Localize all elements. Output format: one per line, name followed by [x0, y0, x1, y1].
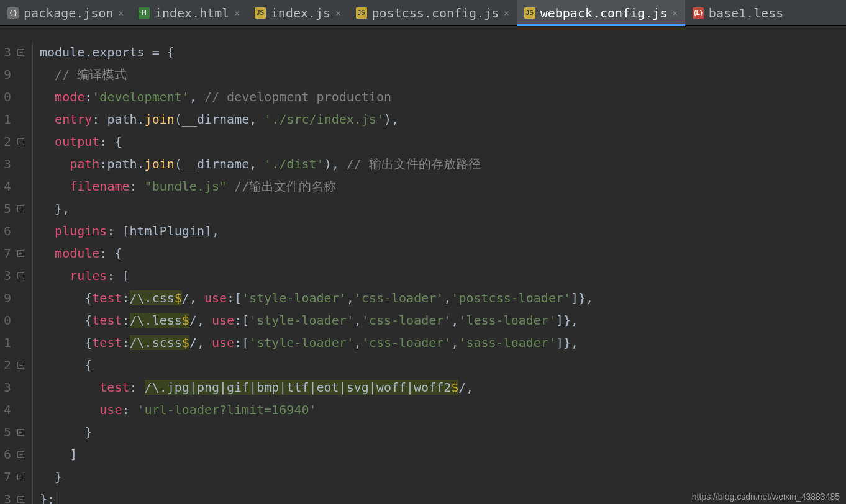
tab-label: base1.less [709, 6, 783, 20]
js-file-icon: JS [356, 7, 367, 19]
tab-index-html[interactable]: H index.html × [131, 0, 247, 25]
code-editor[interactable]: 390123456739012345673 module.exports = {… [0, 26, 846, 504]
fold-marker-icon[interactable] [17, 474, 24, 480]
fold-marker-icon[interactable] [17, 451, 24, 458]
fold-marker-icon[interactable] [17, 49, 24, 56]
js-file-icon: JS [255, 7, 266, 19]
less-file-icon: {L} [693, 7, 704, 19]
fold-marker-icon[interactable] [17, 138, 24, 145]
tab-label: postcss.config.js [372, 6, 499, 20]
code-content[interactable]: module.exports = { // 编译模式 mode:'develop… [27, 26, 593, 504]
tab-label: package.json [24, 6, 114, 20]
tab-postcss-config[interactable]: JS postcss.config.js × [348, 0, 517, 25]
text-caret [55, 492, 55, 505]
close-icon[interactable]: × [119, 8, 124, 18]
fold-marker-icon[interactable] [17, 429, 24, 436]
fold-marker-icon[interactable] [17, 496, 24, 503]
tab-label: index.js [271, 6, 330, 20]
fold-marker-icon[interactable] [17, 205, 24, 212]
close-icon[interactable]: × [234, 8, 239, 18]
js-file-icon: JS [524, 7, 535, 19]
fold-gutter [14, 26, 27, 504]
tab-label: webpack.config.js [540, 6, 668, 20]
close-icon[interactable]: × [504, 8, 509, 18]
close-icon[interactable]: × [335, 8, 340, 18]
tab-index-js[interactable]: JS index.js × [247, 0, 348, 25]
fold-marker-icon[interactable] [17, 362, 24, 369]
tab-bar: { } package.json × H index.html × JS ind… [0, 0, 846, 26]
fold-marker-icon[interactable] [17, 272, 24, 279]
html-file-icon: H [139, 7, 150, 19]
json-file-icon: { } [7, 7, 19, 19]
line-number-gutter: 390123456739012345673 [0, 26, 14, 504]
tab-webpack-config[interactable]: JS webpack.config.js × [517, 0, 685, 25]
tab-package-json[interactable]: { } package.json × [0, 0, 131, 25]
watermark-text: https://blog.csdn.net/weixin_43883485 [692, 492, 840, 502]
fold-marker-icon[interactable] [17, 250, 24, 257]
tab-base1-less[interactable]: {L} base1.less [685, 0, 791, 25]
close-icon[interactable]: × [672, 8, 677, 18]
tab-label: index.html [155, 6, 229, 20]
